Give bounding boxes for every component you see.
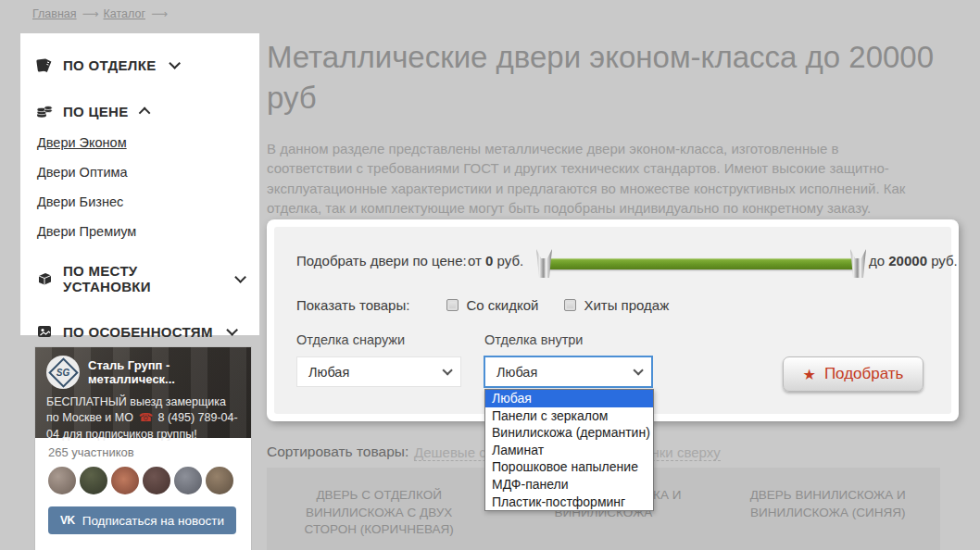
breadcrumb-catalog-link[interactable]: Каталог bbox=[104, 7, 145, 20]
outer-finish-value: Любая bbox=[308, 365, 349, 380]
vk-widget-body: 265 участников VK Подписаться на новости bbox=[35, 438, 251, 534]
discount-checkbox[interactable] bbox=[446, 299, 459, 311]
vk-group-logo[interactable]: SG bbox=[46, 356, 80, 389]
price-from-value: от 0 руб. bbox=[468, 253, 523, 269]
vk-subscribe-button[interactable]: VK Подписаться на новости bbox=[48, 506, 236, 534]
dropdown-option[interactable]: МДФ-панели bbox=[485, 476, 653, 494]
breadcrumb: Главная⟶Каталог⟶ bbox=[32, 6, 172, 20]
phone-icon: ☎ bbox=[138, 411, 153, 424]
breadcrumb-home-link[interactable]: Главная bbox=[32, 7, 77, 20]
vk-logo-icon: VK bbox=[60, 514, 75, 527]
dropdown-option[interactable]: Ламинат bbox=[485, 442, 653, 459]
sidebar-section-price[interactable]: ПО ЦЕНЕ bbox=[35, 102, 243, 120]
vk-community-widget: SG Сталь Групп - металлическ... БЕСПЛАТН… bbox=[35, 347, 251, 550]
sidebar-section-label: ПО ОСОБЕННОСТЯМ bbox=[63, 324, 213, 340]
sidebar-item-dveri-premium[interactable]: Двери Премиум bbox=[37, 224, 243, 239]
outer-finish-select[interactable]: Любая bbox=[296, 356, 461, 387]
dropdown-option[interactable]: Пластик-постформинг bbox=[485, 494, 653, 511]
sidebar-section-place[interactable]: ПО МЕСТУ УСТАНОВКИ bbox=[35, 263, 243, 294]
chevron-down-icon bbox=[170, 57, 182, 69]
finish-icon bbox=[35, 56, 54, 74]
place-icon bbox=[35, 269, 54, 288]
product-title: ДВЕРЬ ВИНИЛИСКОЖА И ВИНИЛИСКОЖА (СИНЯЯ) bbox=[735, 487, 922, 521]
vk-promo-text: БЕСПЛАТНЫЙ выезд замерщика по Москве и М… bbox=[46, 394, 240, 443]
price-to-value: до 20000 руб. bbox=[869, 253, 958, 269]
discount-checkbox-label[interactable]: Со скидкой bbox=[466, 297, 538, 313]
show-goods-label: Показать товары: bbox=[296, 297, 409, 313]
chevron-down-icon bbox=[235, 271, 246, 282]
avatar[interactable] bbox=[174, 467, 202, 494]
sidebar-filter-menu: ПО ОТДЕЛКЕ ПО ЦЕНЕ Двери Эконом Двери Оп… bbox=[20, 33, 259, 335]
vk-subscribe-label: Подписаться на новости bbox=[82, 514, 224, 528]
vk-logo-text: SG bbox=[57, 368, 69, 378]
vk-members-count: 265 участников bbox=[48, 445, 238, 459]
price-filter-label: Подобрать двери по цене: bbox=[296, 253, 467, 269]
inner-finish-label: Отделка внутри bbox=[484, 332, 583, 347]
sidebar-section-features[interactable]: ПО ОСОБЕННОСТЯМ bbox=[35, 322, 243, 341]
sort-label: Сортировать товары: bbox=[267, 444, 408, 460]
vk-widget-header: SG Сталь Групп - металлическ... БЕСПЛАТН… bbox=[35, 347, 251, 438]
submit-filter-button[interactable]: ★ Подобрать bbox=[783, 356, 923, 392]
chevron-down-icon bbox=[226, 324, 238, 336]
dropdown-option[interactable]: Панели с зеркалом bbox=[485, 407, 653, 425]
sidebar-item-dveri-biznes[interactable]: Двери Бизнес bbox=[37, 194, 243, 209]
breadcrumb-arrow-icon: ⟶ bbox=[82, 7, 98, 20]
sidebar-section-label: ПО ЦЕНЕ bbox=[63, 104, 129, 119]
page-description: В данном разделе представлены металличес… bbox=[267, 139, 920, 218]
vk-group-title[interactable]: Сталь Групп - металлическ... bbox=[88, 358, 240, 386]
price-icon bbox=[35, 102, 54, 120]
avatar[interactable] bbox=[143, 467, 170, 494]
chevron-down-icon bbox=[442, 365, 452, 375]
page: Главная⟶Каталог⟶ ПО ОТДЕЛКЕ ПО ЦЕНЕ Двер… bbox=[0, 0, 980, 550]
sidebar-item-dveri-ekonom[interactable]: Двери Эконом bbox=[37, 135, 243, 150]
sidebar-item-dveri-optima[interactable]: Двери Оптима bbox=[37, 165, 243, 180]
sidebar-section-finish[interactable]: ПО ОТДЕЛКЕ bbox=[35, 56, 243, 74]
chevron-down-icon bbox=[633, 365, 643, 375]
dropdown-option[interactable]: Порошковое напыление bbox=[485, 458, 653, 476]
outer-finish-label: Отделка снаружи bbox=[296, 332, 405, 347]
avatar[interactable] bbox=[48, 467, 76, 494]
sidebar-section-label: ПО МЕСТУ УСТАНОВКИ bbox=[63, 263, 221, 294]
product-card[interactable]: ДВЕРЬ С ОТДЕЛКОЙ ВИНИЛИСКОЖА С ДВУХ СТОР… bbox=[267, 468, 491, 550]
dropdown-option[interactable]: Винилискожа (дермантин) bbox=[485, 424, 653, 442]
sidebar-section-label: ПО ОТДЕЛКЕ bbox=[63, 57, 156, 73]
breadcrumb-arrow-icon: ⟶ bbox=[151, 7, 167, 20]
inner-finish-value: Любая bbox=[496, 365, 537, 380]
product-title: ДВЕРЬ С ОТДЕЛКОЙ ВИНИЛИСКОЖА С ДВУХ СТОР… bbox=[285, 487, 472, 539]
price-range-slider[interactable] bbox=[545, 258, 858, 269]
dropdown-option[interactable]: Любая bbox=[485, 390, 653, 407]
product-card[interactable]: ДВЕРЬ ВИНИЛИСКОЖА И ВИНИЛИСКОЖА (СИНЯЯ) bbox=[716, 468, 940, 550]
submit-filter-label: Подобрать bbox=[824, 365, 904, 383]
features-icon bbox=[35, 322, 54, 341]
avatar[interactable] bbox=[206, 467, 233, 494]
bestseller-checkbox-label[interactable]: Хиты продаж bbox=[584, 297, 669, 313]
vk-avatars-row bbox=[48, 467, 238, 494]
inner-finish-select[interactable]: Любая bbox=[484, 356, 652, 387]
sidebar-price-links: Двери Эконом Двери Оптима Двери Бизнес Д… bbox=[37, 135, 243, 239]
bestseller-checkbox[interactable] bbox=[564, 299, 576, 311]
avatar[interactable] bbox=[111, 467, 139, 494]
chevron-up-icon bbox=[138, 106, 150, 119]
star-icon: ★ bbox=[803, 366, 816, 383]
avatar[interactable] bbox=[80, 467, 107, 494]
show-goods-row: Показать товары: Со скидкой Хиты продаж bbox=[296, 297, 669, 313]
page-title: Металлические двери эконом-класса до 200… bbox=[267, 37, 957, 119]
inner-finish-dropdown-list: Любая Панели с зеркалом Винилискожа (дер… bbox=[484, 389, 654, 511]
